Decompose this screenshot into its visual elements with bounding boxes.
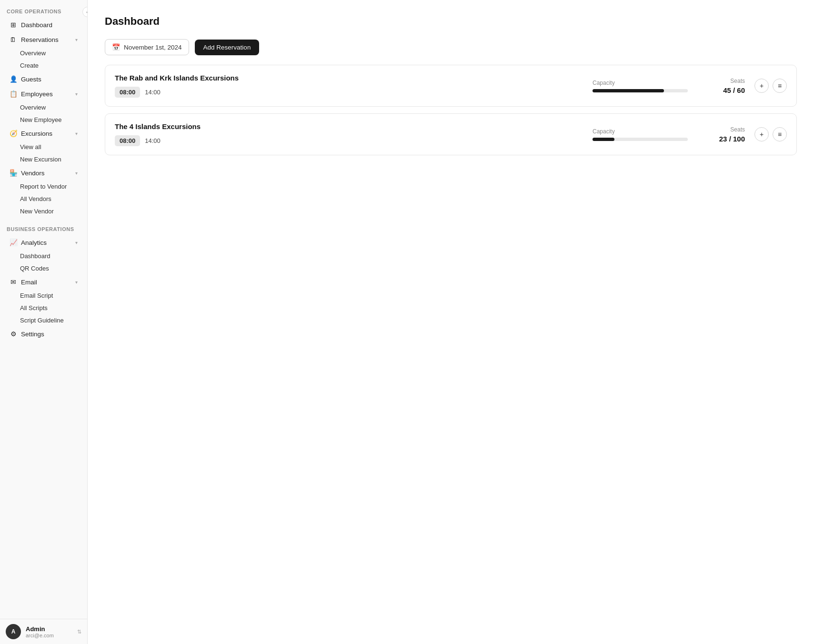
main-content: Dashboard 📅 November 1st, 2024 Add Reser… bbox=[88, 0, 814, 644]
sidebar-item-label-analytics: Analytics bbox=[21, 239, 47, 246]
sidebar-item-guests[interactable]: 👤 Guests bbox=[3, 72, 84, 86]
card-actions-four-islands: + ≡ bbox=[754, 127, 787, 141]
sidebar-item-email[interactable]: ✉ Email ▾ bbox=[3, 275, 84, 289]
chevron-icon-analytics: ▾ bbox=[75, 240, 78, 245]
sidebar-item-label-reservations: Reservations bbox=[21, 36, 59, 43]
sidebar-sub-item-report-to-vendor[interactable]: Report to Vendor bbox=[3, 181, 84, 192]
guests-icon: 👤 bbox=[10, 75, 17, 83]
excursion-card-four-islands: The 4 Islands Excursions 08:00 14:00 Cap… bbox=[105, 113, 797, 155]
card-seats-rab-krk: Seats 45 / 60 bbox=[697, 78, 745, 94]
sidebar: « Core operations ⊞ Dashboard 🗓 Reservat… bbox=[0, 0, 88, 644]
capacity-label-rab-krk: Capacity bbox=[593, 80, 688, 86]
card-capacity-four-islands: Capacity bbox=[593, 128, 688, 141]
dashboard-icon: ⊞ bbox=[10, 21, 17, 29]
card-times-four-islands: 08:00 14:00 bbox=[115, 135, 583, 146]
sidebar-item-label-excursions: Excursions bbox=[21, 130, 52, 137]
view-list-button-four-islands[interactable]: ≡ bbox=[773, 127, 787, 141]
card-capacity-rab-krk: Capacity bbox=[593, 80, 688, 92]
seats-value-four-islands: 23 / 100 bbox=[697, 135, 745, 143]
capacity-bar-fill-four-islands bbox=[593, 138, 614, 141]
sidebar-item-analytics[interactable]: 📈 Analytics ▾ bbox=[3, 235, 84, 250]
card-left-four-islands: The 4 Islands Excursions 08:00 14:00 bbox=[115, 122, 583, 146]
end-time-four-islands: 14:00 bbox=[145, 137, 161, 144]
analytics-icon: 📈 bbox=[10, 239, 17, 246]
sidebar-sub-item-qr-codes[interactable]: QR Codes bbox=[3, 262, 84, 274]
toolbar: 📅 November 1st, 2024 Add Reservation bbox=[105, 39, 797, 55]
sidebar-item-reservations[interactable]: 🗓 Reservations ▾ bbox=[3, 32, 84, 47]
sidebar-footer: A Admin arci@e.com ⇅ bbox=[0, 619, 87, 644]
sidebar-sub-item-script-guideline[interactable]: Script Guideline bbox=[3, 314, 84, 326]
add-seat-button-rab-krk[interactable]: + bbox=[754, 79, 769, 93]
vendors-icon: 🏪 bbox=[10, 169, 17, 177]
sidebar-section-label: Business operations bbox=[0, 218, 87, 235]
card-seats-four-islands: Seats 23 / 100 bbox=[697, 126, 745, 143]
excursion-card-rab-krk: The Rab and Krk Islands Excursions 08:00… bbox=[105, 65, 797, 107]
sidebar-sub-item-dashboard[interactable]: Dashboard bbox=[3, 250, 84, 262]
reservations-icon: 🗓 bbox=[10, 36, 17, 43]
sidebar-item-dashboard[interactable]: ⊞ Dashboard bbox=[3, 18, 84, 32]
sidebar-sub-item-overview[interactable]: Overview bbox=[3, 101, 84, 113]
calendar-icon: 📅 bbox=[112, 43, 120, 51]
user-expand-icon[interactable]: ⇅ bbox=[77, 629, 81, 635]
sidebar-sub-item-new-excursion[interactable]: New Excursion bbox=[3, 153, 84, 165]
sidebar-sub-item-new-vendor[interactable]: New Vendor bbox=[3, 205, 84, 217]
user-name: Admin bbox=[26, 625, 72, 633]
capacity-bar-bg-rab-krk bbox=[593, 89, 688, 92]
chevron-icon-vendors: ▾ bbox=[75, 171, 78, 176]
sidebar-item-label-guests: Guests bbox=[21, 76, 41, 83]
card-title-rab-krk: The Rab and Krk Islands Excursions bbox=[115, 74, 583, 82]
seats-value-rab-krk: 45 / 60 bbox=[697, 86, 745, 94]
capacity-bar-fill-rab-krk bbox=[593, 89, 664, 92]
email-icon: ✉ bbox=[10, 278, 17, 286]
card-times-rab-krk: 08:00 14:00 bbox=[115, 87, 583, 98]
sidebar-item-label-settings: Settings bbox=[21, 331, 44, 338]
card-title-four-islands: The 4 Islands Excursions bbox=[115, 122, 583, 131]
sidebar-sub-item-new-employee[interactable]: New Employee bbox=[3, 114, 84, 126]
sidebar-sub-item-email-script[interactable]: Email Script bbox=[3, 290, 84, 302]
sidebar-section-label: Core operations bbox=[0, 0, 87, 17]
card-actions-rab-krk: + ≡ bbox=[754, 79, 787, 93]
excursion-cards-container: The Rab and Krk Islands Excursions 08:00… bbox=[105, 65, 797, 155]
chevron-icon-employees: ▾ bbox=[75, 91, 78, 97]
user-info: Admin arci@e.com bbox=[26, 625, 72, 638]
employees-icon: 📋 bbox=[10, 90, 17, 98]
capacity-bar-bg-four-islands bbox=[593, 138, 688, 141]
sidebar-sub-item-view-all[interactable]: View all bbox=[3, 141, 84, 153]
sidebar-item-label-dashboard: Dashboard bbox=[21, 21, 52, 29]
sidebar-item-vendors[interactable]: 🏪 Vendors ▾ bbox=[3, 166, 84, 180]
sidebar-item-label-vendors: Vendors bbox=[21, 170, 45, 177]
date-label: November 1st, 2024 bbox=[124, 44, 182, 51]
sidebar-item-employees[interactable]: 📋 Employees ▾ bbox=[3, 87, 84, 101]
chevron-icon-reservations: ▾ bbox=[75, 37, 78, 42]
card-left-rab-krk: The Rab and Krk Islands Excursions 08:00… bbox=[115, 74, 583, 98]
seats-label-rab-krk: Seats bbox=[697, 78, 745, 84]
sidebar-item-excursions[interactable]: 🧭 Excursions ▾ bbox=[3, 126, 84, 141]
start-time-badge-rab-krk: 08:00 bbox=[115, 87, 140, 98]
add-reservation-button[interactable]: Add Reservation bbox=[195, 40, 260, 55]
capacity-label-four-islands: Capacity bbox=[593, 128, 688, 135]
date-picker[interactable]: 📅 November 1st, 2024 bbox=[105, 39, 189, 55]
sidebar-item-settings[interactable]: ⚙ Settings bbox=[3, 327, 84, 341]
seats-label-four-islands: Seats bbox=[697, 126, 745, 133]
chevron-icon-excursions: ▾ bbox=[75, 131, 78, 136]
sidebar-item-label-email: Email bbox=[21, 279, 37, 286]
page-title: Dashboard bbox=[105, 15, 797, 28]
user-email: arci@e.com bbox=[26, 633, 72, 638]
end-time-rab-krk: 14:00 bbox=[145, 89, 161, 96]
sidebar-sub-item-create[interactable]: Create bbox=[3, 60, 84, 71]
start-time-badge-four-islands: 08:00 bbox=[115, 135, 140, 146]
avatar: A bbox=[6, 624, 21, 639]
add-seat-button-four-islands[interactable]: + bbox=[754, 127, 769, 141]
excursions-icon: 🧭 bbox=[10, 130, 17, 137]
sidebar-sub-item-overview[interactable]: Overview bbox=[3, 47, 84, 59]
sidebar-item-label-employees: Employees bbox=[21, 91, 53, 98]
settings-icon: ⚙ bbox=[10, 330, 17, 338]
sidebar-sub-item-all-vendors[interactable]: All Vendors bbox=[3, 193, 84, 205]
sidebar-sub-item-all-scripts[interactable]: All Scripts bbox=[3, 302, 84, 314]
view-list-button-rab-krk[interactable]: ≡ bbox=[773, 79, 787, 93]
chevron-icon-email: ▾ bbox=[75, 280, 78, 285]
